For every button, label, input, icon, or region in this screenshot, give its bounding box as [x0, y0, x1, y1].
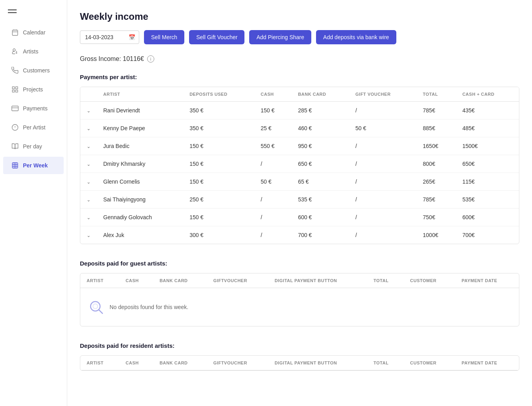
svg-rect-14 — [12, 163, 18, 168]
col-cash-card: CASH + CARD — [456, 87, 519, 102]
expand-cell[interactable]: ⌄ — [80, 137, 97, 155]
artist-name: Alex Juk — [97, 226, 183, 244]
expand-cell[interactable]: ⌄ — [80, 173, 97, 191]
table-row: No deposits found for this week. — [80, 288, 519, 326]
svg-line-20 — [99, 310, 102, 313]
bank-card: 535 € — [292, 191, 349, 209]
page-title: Weekly income — [80, 11, 519, 22]
total: 800€ — [417, 155, 456, 173]
artist-name: Glenn Cornelis — [97, 173, 183, 191]
expand-cell[interactable]: ⌄ — [80, 155, 97, 173]
deposits-guest-title: Deposits paid for guest artists: — [80, 260, 519, 267]
expand-cell[interactable]: ⌄ — [80, 120, 97, 137]
col-expand — [80, 87, 97, 102]
table-row: ⌄ Alex Juk 300 € / 700 € / 1000€ 700€ — [80, 226, 519, 244]
payments-section-title: Payments per artist: — [80, 74, 519, 80]
date-input[interactable] — [80, 30, 139, 44]
expand-cell[interactable]: ⌄ — [80, 191, 97, 209]
hamburger-menu[interactable] — [0, 6, 67, 23]
svg-rect-9 — [12, 106, 19, 111]
chevron-down-icon[interactable]: ⌄ — [87, 144, 91, 149]
col-artist: ARTIST — [80, 273, 119, 288]
chevron-down-icon[interactable]: ⌄ — [87, 126, 91, 131]
col-bank-card: BANK CARD — [153, 356, 207, 370]
cash: / — [254, 209, 292, 226]
col-total: TOTAL — [367, 273, 403, 288]
chevron-down-icon[interactable]: ⌄ — [87, 108, 91, 114]
sidebar-item-artists[interactable]: Artists — [3, 43, 64, 60]
sidebar-item-label: Per day — [23, 143, 42, 150]
svg-point-21 — [93, 304, 98, 309]
chevron-down-icon[interactable]: ⌄ — [87, 197, 91, 203]
chevron-down-icon[interactable]: ⌄ — [87, 233, 91, 238]
total: 1000€ — [417, 226, 456, 244]
payments-table: ARTIST DEPOSITS USED CASH BANK CARD GIFT… — [80, 87, 519, 244]
bank-card: 700 € — [292, 226, 349, 244]
sidebar-item-label: Per Week — [23, 162, 48, 169]
deposits-used: 250 € — [183, 191, 254, 209]
add-piercing-share-button[interactable]: Add Piercing Share — [249, 30, 311, 44]
payments-per-artist-section: Payments per artist: ARTIST DEPOSITS USE… — [80, 74, 519, 244]
col-payment-date: PAYMENT DATE — [455, 356, 519, 370]
chevron-down-icon[interactable]: ⌄ — [87, 215, 91, 220]
add-deposits-button[interactable]: Add deposits via bank wire — [316, 30, 396, 44]
info-icon[interactable]: i — [147, 55, 154, 63]
payments-table-wrap: ARTIST DEPOSITS USED CASH BANK CARD GIFT… — [80, 87, 519, 244]
gift-voucher: / — [349, 137, 417, 155]
sidebar-item-projects[interactable]: Projects — [3, 81, 64, 98]
main-content: Weekly income 📅 Sell Merch Sell Gift Vou… — [67, 0, 532, 406]
deposits-resident-table-wrap: ARTIST CASH BANK CARD GIFTVOUCHER DIGITA… — [80, 355, 519, 371]
total: 885€ — [417, 120, 456, 137]
sidebar-item-label: Artists — [23, 48, 38, 55]
total: 785€ — [417, 102, 456, 120]
sidebar-item-label: Per Artist — [23, 124, 45, 131]
artists-icon — [11, 47, 19, 55]
cash: / — [254, 155, 292, 173]
customers-icon — [11, 66, 19, 74]
col-digital-payment: DIGITAL PAYMENT BUTTON — [268, 273, 367, 288]
bank-card: 285 € — [292, 102, 349, 120]
toolbar: 📅 Sell Merch Sell Gift Voucher Add Pierc… — [80, 30, 519, 44]
gift-voucher: / — [349, 209, 417, 226]
sidebar-item-calendar[interactable]: Calendar — [3, 24, 64, 41]
sell-merch-button[interactable]: Sell Merch — [144, 30, 184, 44]
empty-message: No deposits found for this week. — [110, 304, 188, 310]
sidebar-item-customers[interactable]: Customers — [3, 62, 64, 79]
sidebar-item-label: Calendar — [23, 29, 45, 36]
deposits-used: 300 € — [183, 226, 254, 244]
cash: / — [254, 226, 292, 244]
bank-card: 600 € — [292, 209, 349, 226]
gift-voucher: / — [349, 173, 417, 191]
col-cash: CASH — [119, 273, 153, 288]
date-picker-wrap: 📅 — [80, 30, 139, 44]
expand-cell[interactable]: ⌄ — [80, 226, 97, 244]
expand-cell[interactable]: ⌄ — [80, 209, 97, 226]
deposits-used: 150 € — [183, 173, 254, 191]
svg-rect-8 — [12, 90, 14, 92]
sidebar-item-per-week[interactable]: Per Week — [3, 157, 64, 174]
cash: 25 € — [254, 120, 292, 137]
cash-card: 600€ — [456, 209, 519, 226]
gross-income: Gross Income: 10116€ i — [80, 55, 519, 63]
col-cash: CASH — [254, 87, 292, 102]
chevron-down-icon[interactable]: ⌄ — [87, 161, 91, 167]
svg-rect-6 — [16, 87, 18, 89]
expand-cell[interactable]: ⌄ — [80, 102, 97, 120]
deposits-resident-title: Deposits paid for resident artists: — [80, 342, 519, 349]
chevron-down-icon[interactable]: ⌄ — [87, 179, 91, 185]
per-artist-icon — [11, 123, 19, 131]
sell-gift-voucher-button[interactable]: Sell Gift Voucher — [189, 30, 244, 44]
cash: / — [254, 191, 292, 209]
table-row: ⌄ Gennadiy Golovach 150 € / 600 € / 750€… — [80, 209, 519, 226]
sidebar-item-per-day[interactable]: Per day — [3, 138, 64, 155]
deposits-used: 150 € — [183, 209, 254, 226]
cash: 550 € — [254, 137, 292, 155]
sidebar-item-payments[interactable]: Payments — [3, 100, 64, 117]
col-total: TOTAL — [367, 356, 403, 370]
deposits-guest-section: Deposits paid for guest artists: ARTIST … — [80, 260, 519, 326]
sidebar-item-per-artist[interactable]: Per Artist — [3, 119, 64, 136]
deposits-used: 150 € — [183, 155, 254, 173]
deposits-used: 150 € — [183, 137, 254, 155]
deposits-guest-table: ARTIST CASH BANK CARD GIFTVOUCHER DIGITA… — [80, 273, 519, 326]
gift-voucher: / — [349, 102, 417, 120]
